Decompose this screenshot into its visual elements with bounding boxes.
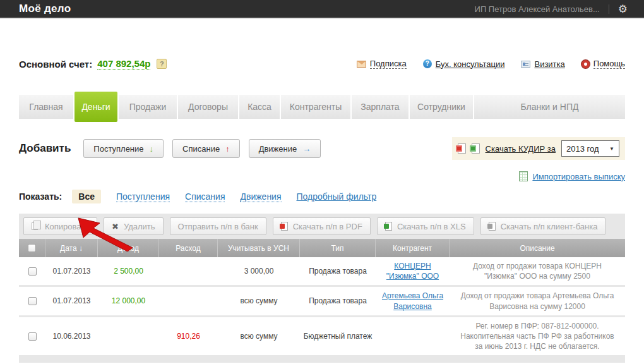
kudir-year-value: 2013 год xyxy=(566,144,599,154)
row-checkbox[interactable] xyxy=(28,267,37,276)
page-content: Основной счет: 407 892,54р ? Подписка Бу… xyxy=(0,57,644,363)
account-row: Основной счет: 407 892,54р ? Подписка Бу… xyxy=(19,57,625,71)
send-to-bank-button[interactable]: Отправить п/п в банк xyxy=(170,217,266,235)
table-row: 01.07.2013 2 500,00 3 000,00 Продажа тов… xyxy=(19,257,625,287)
kudir-download-link[interactable]: Скачать КУДИР за xyxy=(486,144,556,154)
add-income-button[interactable]: Поступление ↓ xyxy=(83,139,164,158)
copy-button[interactable]: Копировать xyxy=(23,217,97,235)
download-pdf-label: Скачать п/п в PDF xyxy=(293,222,362,231)
select-all-checkbox[interactable] xyxy=(28,244,36,252)
cell-contractor: КОНЦЕРН "Изюмка" ООО xyxy=(376,257,450,285)
cell-date: 01.07.2013 xyxy=(45,287,98,315)
kudir-year-select[interactable]: 2013 год ▼ xyxy=(561,140,619,157)
tab-sotrudniki[interactable]: Сотрудники xyxy=(410,95,473,119)
cell-usn: всю сумму xyxy=(218,317,300,356)
delete-icon xyxy=(112,222,119,231)
column-income[interactable]: Доход xyxy=(98,239,159,257)
tab-glavnaya[interactable]: Главная xyxy=(19,95,73,119)
table-row: 01.07.2013 12 000,00 всю сумму Продажа т… xyxy=(19,287,625,317)
column-contractor[interactable]: Контрагент xyxy=(376,239,450,257)
download-clientbank-label: Скачать п/п клиент-банка xyxy=(501,222,598,231)
filter-expenses[interactable]: Списания xyxy=(185,191,225,202)
vcard-label: Визитка xyxy=(534,59,564,69)
help-link[interactable]: Помощь xyxy=(581,59,625,69)
row-select-cell xyxy=(19,257,45,285)
filter-row: Показать: Все Поступления Списания Движе… xyxy=(19,190,625,203)
bank-file-icon xyxy=(489,222,496,231)
column-usn[interactable]: Учитывать в УСН xyxy=(218,239,300,257)
tab-dengi[interactable]: Деньги xyxy=(75,92,117,122)
add-row: Добавить Поступление ↓ Списание ↑ Движен… xyxy=(19,137,625,160)
topbar-divider xyxy=(609,4,609,14)
cell-date: 10.06.2013 xyxy=(45,317,98,356)
help-label: Помощь xyxy=(593,59,625,69)
import-statement-link[interactable]: Импортировать выписку xyxy=(532,172,625,181)
add-label: Добавить xyxy=(19,142,71,155)
column-expense[interactable]: Расход xyxy=(159,239,218,257)
filter-detailed[interactable]: Подробный фильтр xyxy=(297,191,377,202)
pdf-page-icon xyxy=(281,222,288,231)
filter-label: Показать: xyxy=(19,191,62,202)
contractor-link[interactable]: КОНЦЕРН "Изюмка" ООО xyxy=(378,261,447,281)
cell-expense: 910,26 xyxy=(159,317,218,356)
tab-blanki[interactable]: Бланки и НПД xyxy=(474,95,625,119)
operations-grid: Копировать Удалить Отправить п/п в банк … xyxy=(19,214,625,363)
cell-expense xyxy=(159,257,218,285)
vcard-link[interactable]: Визитка xyxy=(521,59,564,69)
cell-usn: 3 000,00 xyxy=(218,257,300,285)
column-type[interactable]: Тип xyxy=(300,239,376,257)
add-transfer-label: Движение xyxy=(259,144,297,154)
cell-income: 12 000,00 xyxy=(98,287,159,315)
user-account-name[interactable]: ИП Петров Алексей Анатольев... xyxy=(475,4,600,14)
add-transfer-button[interactable]: Движение → xyxy=(249,139,321,158)
cell-description: Доход от продажи товара Артемьева Ольга … xyxy=(450,287,625,315)
tab-zarplata[interactable]: Зарплата xyxy=(352,95,408,119)
subscription-link[interactable]: Подписка xyxy=(357,59,407,69)
column-date[interactable]: Дата ↓ xyxy=(45,239,98,257)
download-clientbank-button[interactable]: Скачать п/п клиент-банка xyxy=(480,217,606,235)
tab-kontragenty[interactable]: Контрагенты xyxy=(281,95,350,119)
app-logo[interactable]: Моё дело xyxy=(19,3,71,15)
quick-links: Подписка Бух. консультации Визитка Помощ… xyxy=(357,59,625,69)
pdf-icon[interactable] xyxy=(458,143,466,154)
consultations-link[interactable]: Бух. консультации xyxy=(423,59,505,69)
column-description[interactable]: Описание xyxy=(450,239,625,257)
consultations-label: Бух. консультации xyxy=(436,59,505,69)
cell-date: 01.07.2013 xyxy=(45,257,98,285)
balance-help-icon[interactable]: ? xyxy=(157,59,167,69)
cell-contractor xyxy=(376,317,450,356)
row-checkbox[interactable] xyxy=(28,332,37,341)
filter-incomes[interactable]: Поступления xyxy=(116,191,170,202)
cell-contractor: Артемьева Ольга Варисовна xyxy=(376,287,450,315)
excel-icon[interactable] xyxy=(472,143,480,154)
tab-dogovory[interactable]: Договоры xyxy=(178,95,238,119)
envelope-icon xyxy=(357,61,366,68)
xls-page-icon xyxy=(385,222,392,231)
delete-button[interactable]: Удалить xyxy=(104,217,164,235)
download-xls-button[interactable]: Скачать п/п в XLS xyxy=(377,217,474,235)
contractor-link[interactable]: Артемьева Ольга Варисовна xyxy=(378,291,447,311)
download-xls-label: Скачать п/п в XLS xyxy=(397,222,466,231)
cell-income xyxy=(98,317,159,356)
row-select-cell xyxy=(19,317,45,356)
arrow-down-icon: ↓ xyxy=(150,144,154,154)
table-row: 10.06.2013 910,26 всю сумму Бюджетный пл… xyxy=(19,317,625,358)
filter-all[interactable]: Все xyxy=(72,190,101,203)
add-income-label: Поступление xyxy=(93,144,143,154)
gear-icon[interactable]: ⚙ xyxy=(618,4,628,15)
cell-type: Продажа товара xyxy=(300,287,376,315)
tab-prodazhi[interactable]: Продажи xyxy=(119,95,177,119)
download-pdf-button[interactable]: Скачать п/п в PDF xyxy=(273,217,371,235)
cell-usn: всю сумму xyxy=(218,287,300,315)
filter-transfers[interactable]: Движения xyxy=(240,191,281,202)
import-statement-icon xyxy=(519,171,528,181)
tab-kassa[interactable]: Касса xyxy=(239,95,280,119)
cell-income: 2 500,00 xyxy=(98,257,159,285)
grid-toolbar: Копировать Удалить Отправить п/п в банк … xyxy=(19,214,625,239)
lifebuoy-icon xyxy=(581,60,590,68)
account-balance[interactable]: 407 892,54р xyxy=(97,58,150,70)
row-checkbox[interactable] xyxy=(28,297,37,305)
add-expense-button[interactable]: Списание ↑ xyxy=(172,139,240,158)
arrow-up-icon: ↑ xyxy=(225,144,230,154)
add-expense-label: Списание xyxy=(182,144,220,154)
